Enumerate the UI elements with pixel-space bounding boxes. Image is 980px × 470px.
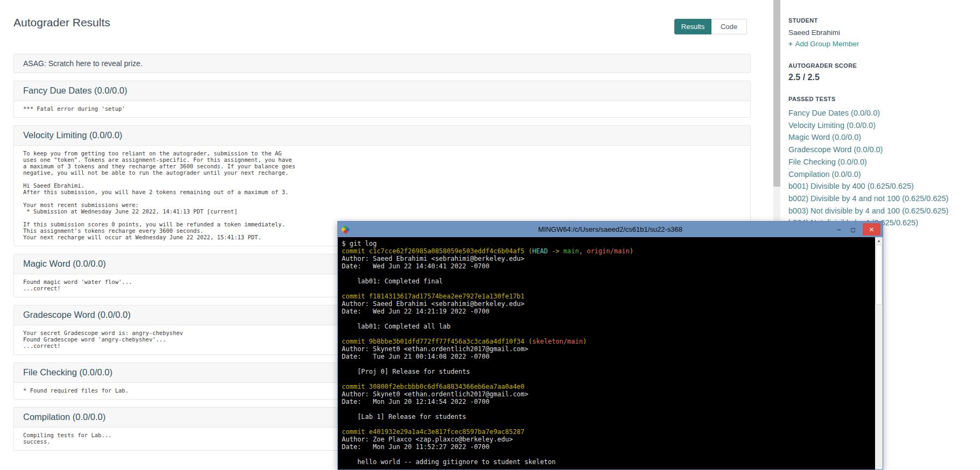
terminal-scrollbar[interactable]: ▲ (875, 237, 883, 469)
terminal-line (342, 375, 872, 383)
terminal-line (342, 421, 872, 428)
terminal-line: commit 30800f2ebcbbb0c6df6a8834366eb6ea7… (342, 383, 872, 390)
passed-test-link[interactable]: Velocity Limiting (0.0/0.0) (788, 119, 980, 132)
terminal-title: MINGW64:/c/Users/saeed2/cs61b1/su22-s368 (338, 225, 883, 233)
asag-banner[interactable]: ASAG: Scratch here to reveal prize. (13, 54, 751, 73)
terminal-line: Date: Wed Jun 22 14:40:41 2022 -0700 (342, 262, 872, 270)
terminal-line: Author: Skynet0 <ethan.ordentlich2017@gm… (342, 390, 872, 398)
terminal-scrollbar-thumb[interactable] (876, 245, 882, 305)
passed-test-link[interactable]: b003) Not divisible by 4 and 100 (0.625/… (788, 205, 980, 217)
passed-test-link[interactable]: b001) Divisible by 400 (0.625/0.625) (788, 180, 980, 193)
add-group-member-label: Add Group Member (795, 40, 859, 48)
section-title: Velocity Limiting (0.0/0.0) (14, 126, 750, 146)
terminal-line (342, 270, 872, 277)
terminal-line: Author: Zoe Plaxco <zap.plaxco@berkeley.… (342, 436, 872, 443)
terminal-line: commit 9b8bbe3b01dfd772ff77f456a3c3ca6a4… (342, 338, 872, 345)
terminal-line: Date: Wed Jun 22 14:21:19 2022 -0700 (342, 308, 872, 315)
autograder-score-heading: AUTOGRADER SCORE (788, 62, 980, 69)
terminal-line: lab01: Completed final (342, 277, 872, 285)
terminal-line (342, 451, 872, 458)
passed-tests-heading: PASSED TESTS (788, 96, 980, 102)
terminal-line (342, 330, 872, 338)
page-title: Autograder Results (13, 16, 110, 29)
maximize-icon[interactable]: □ (846, 226, 860, 233)
git-bash-icon (341, 225, 350, 234)
passed-test-link[interactable]: b002) Divisible by 4 and not 100 (0.625/… (788, 193, 980, 205)
terminal-line (342, 360, 872, 368)
terminal-line: lab01: Completed all lab (342, 323, 872, 330)
terminal-line: [Proj 0] Release for students (342, 368, 872, 375)
terminal-line: Date: Mon Jun 20 11:52:27 2022 -0700 (342, 443, 872, 451)
passed-tests-list: Fancy Due Dates (0.0/0.0) Velocity Limit… (788, 107, 980, 229)
terminal-window: MINGW64:/c/Users/saeed2/cs61b1/su22-s368… (337, 221, 883, 470)
plus-icon: + (788, 40, 793, 48)
code-tab[interactable]: Code (711, 19, 747, 34)
terminal-line (342, 405, 872, 413)
window-controls: – □ ✕ (832, 223, 880, 236)
student-heading: STUDENT (788, 17, 980, 24)
terminal-line: Date: Mon Jun 20 12:14:54 2022 -0700 (342, 398, 872, 405)
terminal-line: [Lab 1] Release for students (342, 413, 872, 421)
passed-test-link[interactable]: Magic Word (0.0/0.0) (788, 131, 980, 144)
sidebar: STUDENT Saeed Ebrahimi + Add Group Membe… (788, 0, 980, 229)
terminal-line: commit c1c7cce62f26985a0858059e503eddf4c… (342, 247, 872, 255)
terminal-line: Author: Saeed Ebrahimi <sebrahimi@berkel… (342, 300, 872, 308)
section-title: Fancy Due Dates (0.0/0.0) (14, 81, 750, 101)
terminal-line (342, 315, 872, 323)
passed-test-link[interactable]: Gradescope Word (0.0/0.0) (788, 144, 980, 156)
terminal-titlebar[interactable]: MINGW64:/c/Users/saeed2/cs61b1/su22-s368… (338, 222, 883, 237)
scroll-up-icon[interactable]: ▲ (875, 237, 883, 245)
terminal-line: Author: Saeed Ebrahimi <sebrahimi@berkel… (342, 255, 872, 262)
terminal-line: commit e401932e29a1a4c3e817fcec8597ba7e9… (342, 428, 872, 436)
terminal-line: hello world -- adding gitignore to stude… (342, 458, 872, 466)
terminal-line (342, 285, 872, 293)
student-name: Saeed Ebrahimi (788, 29, 980, 37)
results-tab[interactable]: Results (674, 19, 711, 34)
autograder-score-value: 2.5 / 2.5 (788, 73, 980, 82)
minimize-icon[interactable]: – (832, 226, 846, 233)
terminal-line: $ git log (342, 240, 872, 247)
terminal-line: Author: Skynet0 <ethan.ordentlich2017@gm… (342, 345, 872, 353)
passed-test-link[interactable]: Fancy Due Dates (0.0/0.0) (788, 107, 980, 119)
passed-test-link[interactable]: File Checking (0.0/0.0) (788, 156, 980, 168)
terminal-output[interactable]: $ git log commit c1c7cce62f26985a0858059… (338, 237, 883, 469)
section-output: *** Fatal error during 'setup' (14, 101, 750, 117)
close-icon[interactable]: ✕ (863, 223, 880, 236)
page-scrollbar-thumb[interactable] (773, 0, 780, 187)
view-toggle: Results Code (674, 19, 747, 34)
terminal-lines: $ git log commit c1c7cce62f26985a0858059… (342, 240, 872, 466)
passed-test-link[interactable]: Compilation (0.0/0.0) (788, 168, 980, 181)
add-group-member-link[interactable]: + Add Group Member (788, 40, 980, 48)
terminal-line: commit f1814313617ad17574bea2ee7927e1a13… (342, 293, 872, 300)
result-section: Fancy Due Dates (0.0/0.0) *** Fatal erro… (13, 81, 751, 118)
terminal-line: Date: Tue Jun 21 00:14:08 2022 -0700 (342, 353, 872, 360)
